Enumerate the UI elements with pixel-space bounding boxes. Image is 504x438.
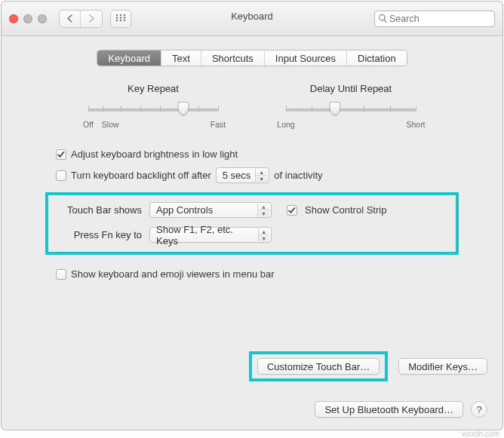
maximize-icon[interactable]	[38, 14, 47, 23]
key-repeat-block: Key Repeat Off Slow Fast	[88, 83, 218, 130]
backlight-timeout-popup[interactable]: 5 secs ▲▼	[216, 167, 270, 183]
label-short: Short	[406, 120, 425, 129]
stepper-icon[interactable]: ▲▼	[258, 228, 269, 241]
label-long: Long	[277, 120, 294, 129]
customize-touchbar-button[interactable]: Customize Touch Bar…	[257, 358, 380, 375]
adjust-brightness-checkbox[interactable]	[56, 149, 66, 160]
svg-point-8	[124, 20, 125, 21]
show-all-button[interactable]	[110, 10, 131, 28]
backlight-off-row: Turn keyboard backlight off after 5 secs…	[56, 167, 487, 183]
modifier-keys-button[interactable]: Modifier Keys…	[398, 358, 487, 375]
label-slow: Slow	[102, 120, 119, 129]
search-input[interactable]	[388, 13, 491, 25]
nav-back-forward	[59, 10, 103, 28]
press-fn-popup[interactable]: Show F1, F2, etc. Keys ▲▼	[149, 227, 272, 243]
show-viewers-row: Show keyboard and emoji viewers in menu …	[56, 268, 487, 280]
search-field[interactable]	[374, 11, 495, 27]
svg-point-0	[116, 14, 118, 16]
show-viewers-checkbox[interactable]	[56, 269, 66, 280]
label-off: Off	[83, 120, 94, 129]
setup-bluetooth-button[interactable]: Set Up Bluetooth Keyboard…	[315, 401, 463, 418]
tab-input-sources[interactable]: Input Sources	[265, 51, 347, 66]
help-button[interactable]: ?	[471, 401, 487, 418]
stepper-icon[interactable]: ▲▼	[255, 169, 267, 182]
show-control-strip-checkbox[interactable]	[287, 205, 297, 216]
highlighted-customize-button: Customize Touch Bar…	[249, 351, 388, 381]
minimize-icon[interactable]	[23, 14, 32, 23]
key-repeat-slider[interactable]	[88, 102, 218, 118]
svg-point-3	[116, 17, 118, 18]
svg-point-4	[120, 17, 121, 18]
press-fn-value: Show F1, F2, etc. Keys	[156, 224, 254, 247]
svg-point-6	[116, 20, 118, 21]
stepper-icon[interactable]: ▲▼	[257, 204, 269, 216]
touchbar-shows-label: Touch Bar shows	[57, 204, 142, 216]
svg-point-2	[124, 14, 125, 16]
nav-back-button[interactable]	[60, 11, 81, 27]
touchbar-shows-value: App Controls	[156, 204, 213, 216]
show-viewers-label: Show keyboard and emoji viewers in menu …	[71, 268, 275, 280]
adjust-brightness-row: Adjust keyboard brightness in low light	[56, 149, 487, 160]
show-control-strip-label: Show Control Strip	[305, 204, 386, 216]
tab-keyboard[interactable]: Keyboard	[97, 51, 161, 66]
close-icon[interactable]	[9, 14, 18, 23]
adjust-brightness-label: Adjust keyboard brightness in low light	[71, 149, 238, 160]
grid-icon	[115, 14, 126, 23]
svg-point-5	[124, 17, 125, 18]
highlighted-touchbar-section: Touch Bar shows App Controls ▲▼ Show Con…	[45, 192, 459, 255]
backlight-timeout-value: 5 secs	[223, 170, 251, 181]
backlight-off-checkbox[interactable]	[56, 170, 66, 181]
traffic-lights	[9, 14, 47, 23]
label-fast: Fast	[211, 120, 226, 129]
tab-shortcuts[interactable]: Shortcuts	[201, 51, 265, 66]
backlight-off-prefix: Turn keyboard backlight off after	[71, 170, 211, 181]
svg-point-7	[120, 20, 121, 21]
nav-forward-button[interactable]	[81, 11, 102, 27]
window-titlebar: Keyboard	[2, 2, 502, 36]
touchbar-shows-popup[interactable]: App Controls ▲▼	[149, 202, 272, 218]
backlight-off-suffix: of inactivity	[274, 170, 322, 181]
press-fn-label: Press Fn key to	[57, 229, 142, 240]
tab-text[interactable]: Text	[161, 51, 201, 66]
svg-point-1	[120, 14, 121, 16]
watermark: wsxdn.com	[462, 430, 499, 438]
delay-repeat-title: Delay Until Repeat	[286, 83, 416, 94]
tab-dictation[interactable]: Dictation	[347, 51, 407, 66]
slider-thumb-icon[interactable]	[177, 102, 189, 115]
delay-repeat-slider[interactable]	[286, 102, 416, 118]
tabs: Keyboard Text Shortcuts Input Sources Di…	[97, 50, 407, 66]
slider-thumb-icon[interactable]	[330, 102, 341, 115]
key-repeat-title: Key Repeat	[88, 83, 218, 94]
search-icon	[378, 14, 388, 23]
delay-repeat-block: Delay Until Repeat Long Short	[286, 83, 416, 130]
